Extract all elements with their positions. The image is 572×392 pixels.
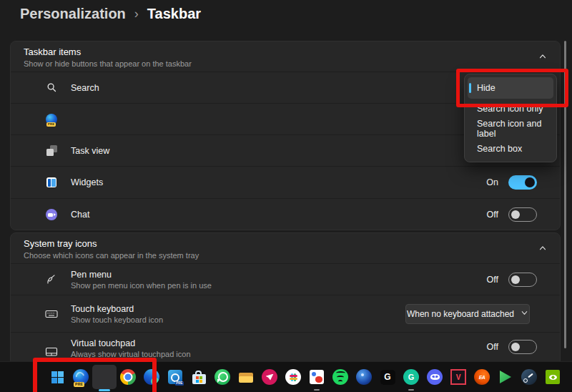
row-label: Touch keyboard (71, 304, 163, 314)
taskbar-settings[interactable]: ⚙ (96, 368, 113, 386)
active-app-indicator (99, 389, 110, 391)
taskbar-slack[interactable] (285, 368, 302, 386)
row-sublabel: Show pen menu icon when pen is in use (71, 281, 212, 290)
whatsapp-icon (214, 369, 230, 385)
collapse-button[interactable] (536, 242, 550, 256)
pre-badge: PRE (175, 381, 184, 386)
blue-orb-icon (356, 369, 372, 385)
copilot-preview-icon: PRE (42, 114, 61, 125)
gear-icon: ⚙ (98, 370, 111, 384)
store-icon (192, 374, 206, 384)
settings-window: Personalization › Taskbar Taskbar items … (0, 0, 572, 392)
taskbar-spotify[interactable] (332, 368, 349, 386)
play-games-icon (500, 371, 511, 383)
row-label: Widgets (71, 177, 103, 187)
taskbar-outlook-preview[interactable]: PRE (167, 368, 184, 386)
virtual-touchpad-state-label: Off (487, 342, 498, 352)
discord-icon (427, 369, 443, 385)
breadcrumb-separator-icon: › (134, 6, 139, 21)
taskbar-valorant[interactable]: V (450, 368, 467, 386)
taskbar: PRE ⚙ PRE G G V EA (0, 361, 572, 392)
taskbar-edge[interactable] (143, 368, 160, 386)
grammarly-icon: G (403, 369, 419, 385)
taskbar-copilot-preview[interactable]: PRE (72, 368, 89, 386)
taskbar-logitech-g[interactable]: G (379, 368, 396, 386)
breadcrumb: Personalization › Taskbar (20, 6, 201, 22)
windows-logo-icon (51, 371, 64, 383)
taskbar-photos[interactable] (308, 368, 325, 386)
section-subtitle: Show or hide buttons that appear on the … (24, 59, 547, 68)
chevron-up-icon (538, 51, 547, 64)
system-tray-card: System tray icons Choose which icons can… (10, 232, 561, 366)
virtual-touchpad-toggle[interactable] (508, 340, 537, 354)
row-sublabel: Show touch keyboard icon (71, 315, 163, 324)
taskbar-blue-orb-app[interactable] (355, 368, 373, 386)
chat-state-label: Off (487, 210, 498, 220)
virtual-touchpad-icon (42, 347, 61, 357)
dropdown-option-search-icon-only[interactable]: Search icon only (468, 99, 553, 119)
search-mode-dropdown: Hide Search icon only Search icon and la… (464, 74, 557, 162)
page-title: Taskbar (147, 6, 201, 22)
row-widgets: Widgets On (11, 166, 560, 198)
scrollbar-thumb[interactable] (564, 41, 566, 348)
slack-icon (285, 369, 301, 385)
taskbar-nvidia[interactable] (544, 368, 561, 386)
pen-menu-state-label: Off (487, 275, 498, 285)
system-tray-header: System tray icons Choose which icons can… (11, 233, 560, 263)
row-label: Search (71, 83, 99, 93)
start-button[interactable] (49, 368, 66, 386)
task-view-icon (42, 145, 61, 156)
row-sublabel: Always show virtual touchpad icon (71, 350, 191, 358)
section-subtitle: Choose which icons can appear in the sys… (24, 251, 547, 260)
photos-icon (310, 370, 324, 384)
pre-badge: PRE (74, 382, 84, 387)
chat-toggle[interactable] (508, 207, 537, 222)
row-virtual-touchpad: Virtual touchpad Always show virtual tou… (11, 332, 560, 366)
row-pen-menu: Pen menu Show pen menu icon when pen is … (11, 263, 560, 295)
select-value: When no keyboard attached (407, 309, 514, 319)
taskbar-file-explorer[interactable] (237, 368, 255, 386)
chevron-up-icon (538, 242, 547, 255)
outlook-icon: PRE (168, 370, 182, 384)
row-label: Virtual touchpad (71, 338, 191, 348)
breadcrumb-personalization[interactable]: Personalization (20, 6, 126, 22)
ea-icon: EA (474, 369, 490, 385)
section-title: System tray icons (24, 238, 547, 249)
touch-keyboard-select[interactable]: When no keyboard attached (405, 304, 530, 324)
edge-icon (144, 369, 159, 385)
chat-icon (42, 209, 61, 220)
dropdown-option-search-icon-and-label[interactable]: Search icon and label (468, 119, 553, 139)
logitech-g-icon: G (380, 370, 395, 385)
taskbar-microsoft-store[interactable] (190, 368, 207, 386)
search-icon (42, 82, 61, 93)
folder-icon (239, 371, 253, 383)
pen-menu-toggle[interactable] (508, 273, 537, 287)
taskbar-google-play-games[interactable] (497, 368, 514, 386)
taskbar-ea[interactable]: EA (473, 368, 490, 386)
row-label: Chat (71, 210, 89, 220)
taskbar-steam[interactable] (521, 368, 538, 386)
taskbar-grammarly[interactable]: G (403, 368, 420, 386)
pink-bird-icon (262, 369, 277, 385)
widgets-state-label: On (486, 177, 498, 187)
dropdown-option-search-box[interactable]: Search box (468, 139, 553, 159)
valorant-icon: V (450, 369, 466, 385)
section-title: Taskbar items (24, 46, 547, 57)
dropdown-option-hide[interactable]: Hide (468, 77, 553, 99)
running-indicator (408, 389, 414, 391)
row-touch-keyboard: Touch keyboard Show touch keyboard icon … (11, 295, 560, 332)
chrome-icon (120, 369, 136, 385)
widgets-toggle[interactable] (508, 175, 537, 190)
taskbar-discord[interactable] (426, 368, 443, 386)
widgets-icon (42, 177, 61, 187)
taskbar-items-header: Taskbar items Show or hide buttons that … (11, 41, 560, 72)
taskbar-chrome[interactable] (119, 368, 137, 386)
taskbar-whatsapp[interactable] (214, 368, 231, 386)
row-chat: Chat Off (11, 198, 560, 230)
chevron-down-icon (521, 309, 528, 319)
row-label: Pen menu (71, 270, 212, 280)
running-indicator (314, 389, 320, 391)
taskbar-pink-app[interactable] (261, 368, 278, 386)
row-label: Task view (71, 146, 109, 156)
collapse-button[interactable] (536, 50, 550, 64)
